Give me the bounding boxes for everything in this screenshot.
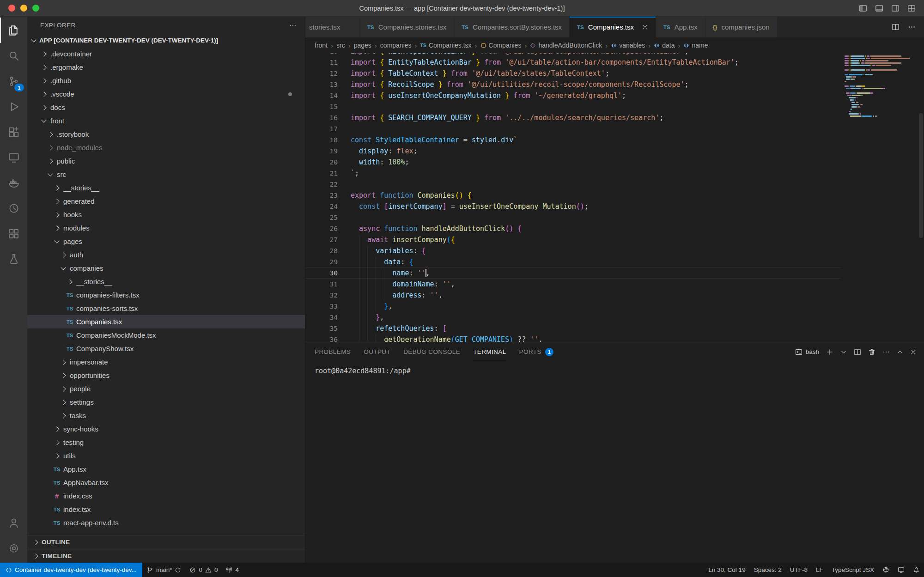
- tree-folder-src[interactable]: src: [27, 168, 305, 181]
- remote-explorer-icon[interactable]: [0, 145, 27, 170]
- tree-folder-pages[interactable]: pages: [27, 235, 305, 248]
- panel-tab-debug-console[interactable]: DEBUG CONSOLE: [403, 342, 460, 361]
- panel-tab-problems[interactable]: PROBLEMS: [315, 342, 351, 361]
- panel-more-actions-icon[interactable]: [882, 348, 890, 356]
- accounts-icon[interactable]: [0, 510, 27, 535]
- breadcrumb-item-companies.tsx[interactable]: TSCompanies.tsx: [420, 42, 472, 49]
- tab-companies.stories.tsx[interactable]: TSCompanies.stories.tsx: [360, 17, 454, 37]
- editor-scrollbar[interactable]: [919, 113, 923, 238]
- gitlens-icon[interactable]: [0, 195, 27, 221]
- tree-folder-utils[interactable]: utils: [27, 449, 305, 462]
- code-line-20[interactable]: 20width: 100%;: [305, 157, 841, 168]
- panel-tab-ports[interactable]: PORTS1: [519, 342, 553, 361]
- tree-file-companies.tsx[interactable]: TSCompanies.tsx: [27, 315, 305, 328]
- tab-stories.tsx[interactable]: stories.tsx: [305, 17, 360, 37]
- code-line-21[interactable]: 21`;: [305, 168, 841, 179]
- browser-preview-icon[interactable]: [878, 563, 894, 577]
- tree-folder-.ergomake[interactable]: .ergomake: [27, 61, 305, 74]
- tree-file-companies-sorts.tsx[interactable]: TScompanies-sorts.tsx: [27, 302, 305, 315]
- terminal-shell-select[interactable]: bash: [795, 348, 819, 356]
- code-line-16[interactable]: 16import { SEARCH_COMPANY_QUERY } from '…: [305, 112, 841, 123]
- editor-more-actions-icon[interactable]: [908, 23, 916, 31]
- breadcrumb-item-companies[interactable]: companies: [380, 42, 412, 49]
- tree-folder-opportunities[interactable]: opportunities: [27, 369, 305, 382]
- tab-companies.json[interactable]: {}companies.json: [705, 17, 778, 37]
- code-line-32[interactable]: 32address: '',: [305, 290, 841, 301]
- code-line-22[interactable]: 22: [305, 179, 841, 190]
- tree-file-companyshow.tsx[interactable]: TSCompanyShow.tsx: [27, 342, 305, 355]
- tree-folder-.github[interactable]: .github: [27, 74, 305, 87]
- explorer-more-actions-icon[interactable]: [289, 22, 297, 29]
- language-mode[interactable]: TypeScript JSX: [827, 563, 878, 577]
- tree-folder-.devcontainer[interactable]: .devcontainer: [27, 47, 305, 61]
- close-window-button[interactable]: [8, 5, 15, 12]
- screencast-icon[interactable]: [894, 563, 909, 577]
- tree-folder-front[interactable]: front: [27, 114, 305, 128]
- toggle-secondary-sidebar-icon[interactable]: [891, 4, 900, 12]
- code-line-35[interactable]: 35refetchQueries: [: [305, 323, 841, 334]
- notifications-bell-icon[interactable]: [909, 563, 924, 577]
- minimap[interactable]: [845, 55, 918, 342]
- tree-folder-public[interactable]: public: [27, 154, 305, 168]
- eol-setting[interactable]: LF: [812, 563, 827, 577]
- code-line-33[interactable]: 33},: [305, 301, 841, 312]
- cursor-position[interactable]: Ln 30, Col 19: [704, 563, 749, 577]
- tree-folder-hooks[interactable]: hooks: [27, 208, 305, 221]
- code-line-15[interactable]: 15: [305, 101, 841, 112]
- tree-file-index.css[interactable]: #index.css: [27, 489, 305, 503]
- encoding-setting[interactable]: UTF-8: [786, 563, 812, 577]
- tree-folder-impersonate[interactable]: impersonate: [27, 355, 305, 369]
- problems-status[interactable]: 0 0: [185, 563, 222, 577]
- tree-folder-modules[interactable]: modules: [27, 221, 305, 235]
- code-editor[interactable]: 10import { WithTopBarContainer } from '@…: [305, 53, 924, 342]
- code-line-29[interactable]: 29data: {: [305, 256, 841, 267]
- explorer-section-outline[interactable]: OUTLINE: [27, 535, 305, 549]
- tree-folder-.storybook[interactable]: .storybook: [27, 128, 305, 141]
- breadcrumb-item-companies[interactable]: Companies: [480, 42, 522, 49]
- breadcrumb-item-handleaddbuttonclick[interactable]: handleAddButtonClick: [530, 42, 602, 49]
- tree-folder-.vscode[interactable]: .vscode: [27, 87, 305, 101]
- tree-file-index.tsx[interactable]: TSindex.tsx: [27, 503, 305, 516]
- code-line-31[interactable]: 31domainName: '',: [305, 279, 841, 290]
- tree-file-app.tsx[interactable]: TSApp.tsx: [27, 462, 305, 476]
- source-control-icon[interactable]: 1: [0, 68, 27, 94]
- customize-layout-icon[interactable]: [907, 4, 916, 12]
- code-line-26[interactable]: 26async function handleAddButtonClick() …: [305, 223, 841, 234]
- code-line-14[interactable]: 14import { useInsertOneCompanyMutation }…: [305, 90, 841, 101]
- code-line-17[interactable]: 17: [305, 123, 841, 134]
- code-line-12[interactable]: 12import { TableContext } from '@/ui/tab…: [305, 68, 841, 79]
- code-line-24[interactable]: 24const [insertCompany] = useInsertOneCo…: [305, 201, 841, 212]
- code-line-27[interactable]: 27await insertCompany({: [305, 234, 841, 245]
- run-debug-icon[interactable]: [0, 94, 27, 119]
- tree-folder-people[interactable]: people: [27, 382, 305, 395]
- tab-app.tsx[interactable]: TSApp.tsx: [656, 17, 705, 37]
- breadcrumb-item-front[interactable]: front: [315, 42, 328, 49]
- breadcrumb-item-name[interactable]: name: [683, 42, 708, 49]
- code-line-19[interactable]: 19display: flex;: [305, 146, 841, 157]
- breadcrumb-item-variables[interactable]: variables: [611, 42, 645, 49]
- breadcrumb-item-pages[interactable]: pages: [354, 42, 371, 49]
- code-line-36[interactable]: 36getOperationName(GET_COMPANIES) ?? '',: [305, 334, 841, 342]
- zoom-window-button[interactable]: [32, 5, 39, 12]
- extensions-icon[interactable]: [0, 119, 27, 145]
- tab-companies.tsx[interactable]: TSCompanies.tsx: [570, 17, 656, 37]
- tree-file-companiesmockmode.tsx[interactable]: TSCompaniesMockMode.tsx: [27, 328, 305, 342]
- explorer-icon[interactable]: [0, 18, 27, 43]
- code-line-28[interactable]: 28variables: {: [305, 245, 841, 256]
- split-editor-icon[interactable]: [892, 23, 900, 31]
- code-line-11[interactable]: 11import { EntityTableActionBar } from '…: [305, 57, 841, 68]
- tree-folder-__stories__[interactable]: __stories__: [27, 181, 305, 194]
- split-terminal-icon[interactable]: [854, 348, 861, 356]
- close-panel-icon[interactable]: [910, 349, 917, 355]
- code-line-18[interactable]: 18const StyledTableContainer = styled.di…: [305, 134, 841, 146]
- breadcrumb-item-data[interactable]: data: [654, 42, 675, 49]
- tree-folder-auth[interactable]: auth: [27, 248, 305, 261]
- code-line-34[interactable]: 34},: [305, 312, 841, 323]
- close-tab-icon[interactable]: [642, 24, 648, 30]
- toggle-panel-icon[interactable]: [875, 4, 883, 12]
- code-line-23[interactable]: 23export function Companies() {: [305, 190, 841, 201]
- terminal-output[interactable]: root@0a42ecd84891:/app#: [305, 361, 924, 563]
- new-terminal-icon[interactable]: [826, 348, 833, 356]
- code-line-10[interactable]: 10import { WithTopBarContainer } from '@…: [305, 53, 841, 57]
- tree-folder-testing[interactable]: testing: [27, 436, 305, 449]
